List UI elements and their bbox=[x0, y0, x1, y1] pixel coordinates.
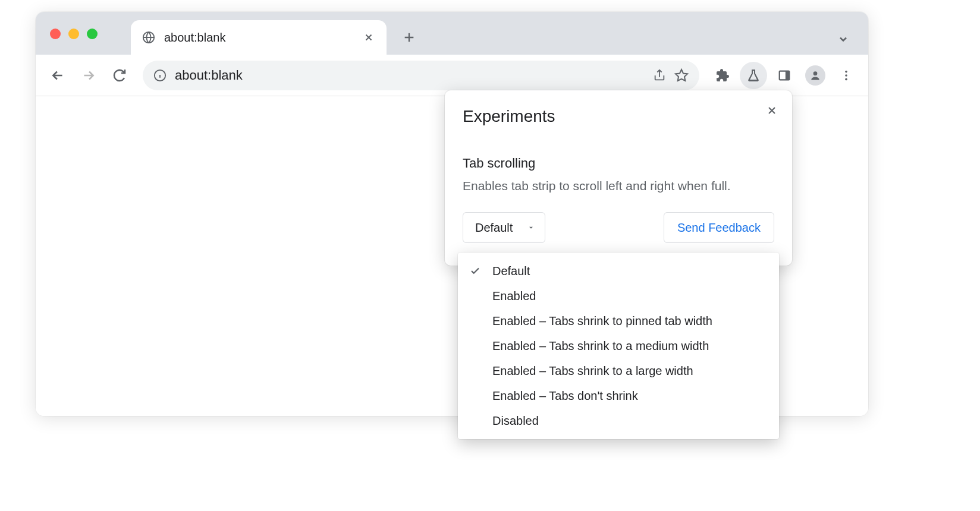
experiment-description: Enables tab strip to scroll left and rig… bbox=[463, 177, 774, 194]
dropdown-option-label: Enabled – Tabs shrink to pinned tab widt… bbox=[492, 314, 712, 328]
svg-point-6 bbox=[845, 70, 847, 72]
dropdown-option[interactable]: Enabled – Tabs don't shrink bbox=[458, 383, 779, 408]
experiment-value-select[interactable]: Default bbox=[463, 212, 545, 243]
dropdown-option[interactable]: Default bbox=[458, 258, 779, 283]
feedback-label: Send Feedback bbox=[677, 221, 761, 235]
select-value: Default bbox=[475, 221, 513, 235]
reload-button[interactable] bbox=[106, 62, 133, 89]
minimize-window-button[interactable] bbox=[68, 29, 79, 39]
svg-point-7 bbox=[845, 74, 847, 77]
browser-tab[interactable]: about:blank bbox=[131, 20, 387, 55]
dropdown-option[interactable]: Enabled – Tabs shrink to a medium width bbox=[458, 333, 779, 358]
svg-point-8 bbox=[845, 78, 847, 80]
dropdown-option-label: Default bbox=[492, 264, 530, 278]
close-tab-button[interactable] bbox=[362, 30, 376, 45]
fullscreen-window-button[interactable] bbox=[87, 29, 98, 39]
send-feedback-button[interactable]: Send Feedback bbox=[664, 212, 774, 243]
extensions-icon[interactable] bbox=[709, 62, 736, 89]
dropdown-option-label: Enabled – Tabs don't shrink bbox=[492, 389, 638, 403]
avatar-icon bbox=[805, 65, 825, 86]
svg-rect-4 bbox=[786, 71, 789, 80]
dropdown-option[interactable]: Enabled bbox=[458, 283, 779, 308]
back-button[interactable] bbox=[44, 62, 71, 89]
side-panel-icon[interactable] bbox=[771, 62, 798, 89]
url-text: about:blank bbox=[175, 68, 645, 83]
svg-point-5 bbox=[813, 71, 818, 75]
tabs-overflow-button[interactable] bbox=[831, 27, 855, 51]
dropdown-option[interactable]: Enabled – Tabs shrink to a large width bbox=[458, 358, 779, 383]
close-window-button[interactable] bbox=[50, 29, 61, 39]
dropdown-option[interactable]: Disabled bbox=[458, 408, 779, 433]
address-bar[interactable]: about:blank bbox=[143, 61, 699, 90]
tab-strip: about:blank bbox=[36, 12, 868, 55]
dropdown-option-label: Enabled bbox=[492, 289, 536, 303]
dropdown-option-label: Disabled bbox=[492, 414, 539, 428]
tab-title: about:blank bbox=[164, 31, 362, 45]
caret-down-icon bbox=[527, 223, 535, 232]
window-controls bbox=[50, 29, 98, 39]
share-icon[interactable] bbox=[653, 69, 666, 82]
profile-button[interactable] bbox=[802, 62, 829, 89]
new-tab-button[interactable] bbox=[395, 23, 423, 52]
dropdown-option-label: Enabled – Tabs shrink to a large width bbox=[492, 364, 693, 378]
check-icon bbox=[469, 266, 482, 276]
globe-icon bbox=[142, 30, 156, 45]
experiment-dropdown: DefaultEnabledEnabled – Tabs shrink to p… bbox=[458, 253, 779, 439]
menu-button[interactable] bbox=[833, 62, 860, 89]
forward-button[interactable] bbox=[75, 62, 102, 89]
close-popup-button[interactable] bbox=[761, 100, 783, 121]
popup-title: Experiments bbox=[463, 107, 774, 126]
experiment-name: Tab scrolling bbox=[463, 156, 774, 171]
experiments-flask-icon[interactable] bbox=[740, 62, 767, 89]
svg-marker-2 bbox=[676, 70, 687, 81]
experiments-popup: Experiments Tab scrolling Enables tab st… bbox=[445, 90, 792, 266]
dropdown-option-label: Enabled – Tabs shrink to a medium width bbox=[492, 339, 709, 353]
dropdown-option[interactable]: Enabled – Tabs shrink to pinned tab widt… bbox=[458, 308, 779, 333]
site-info-icon[interactable] bbox=[153, 69, 167, 82]
bookmark-star-icon[interactable] bbox=[674, 68, 689, 83]
